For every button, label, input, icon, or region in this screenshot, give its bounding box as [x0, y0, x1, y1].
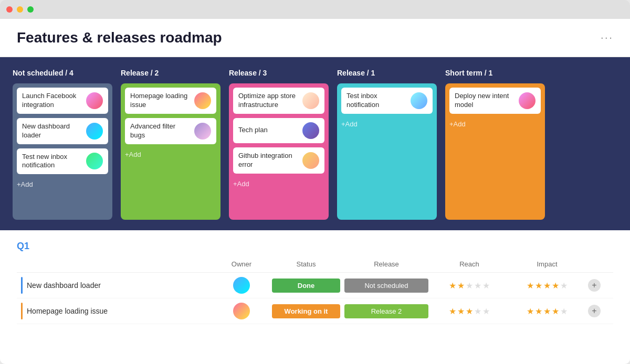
card[interactable]: Optimize app store infrastructure [233, 88, 324, 114]
main-area: Not scheduled / 4 Launch Facebook integr… [0, 57, 630, 364]
column-body-release-3: Optimize app store infrastructure Tech p… [229, 83, 329, 220]
card[interactable]: Test inbox notification [341, 88, 433, 114]
avatar [302, 152, 319, 169]
col-header-release: Release [344, 260, 428, 268]
card-text: Homepage loading issue [130, 92, 191, 110]
row-release[interactable]: Not scheduled [344, 279, 428, 293]
row-add-button[interactable]: + [588, 305, 601, 317]
table-header: Owner Status Release Reach Impact [17, 258, 613, 273]
card-text: Github integration error [238, 152, 299, 169]
col-header-reach: Reach [433, 260, 506, 268]
avatar [86, 123, 103, 140]
row-indicator [21, 303, 23, 319]
column-header-not-scheduled: Not scheduled / 4 [13, 68, 112, 78]
row-name: New dashboard loader [21, 277, 211, 294]
section-title: Q1 [17, 241, 613, 252]
app-window: Features & releases roadmap ··· Not sche… [0, 0, 630, 364]
column-body-short-term: Deploy new intent model +Add [445, 83, 545, 220]
release-badge[interactable]: Not scheduled [344, 279, 428, 293]
page-header: Features & releases roadmap ··· [0, 19, 630, 57]
column-header-release-1: Release / 1 [337, 68, 437, 78]
add-card-button[interactable]: +Add [233, 179, 324, 189]
row-status[interactable]: Working on it [272, 304, 340, 318]
add-card-button[interactable]: +Add [341, 119, 433, 129]
card-text: Advanced filter bugs [130, 122, 191, 140]
card-text: Test new inbox notification [22, 153, 83, 170]
card-text: New dashboard loader [22, 122, 83, 140]
col-header-owner: Owner [215, 260, 268, 268]
card-text: Tech plan [238, 126, 299, 135]
column-release-2: Release / 2 Homepage loading issue Advan… [121, 68, 220, 220]
maximize-dot[interactable] [27, 6, 34, 13]
card-text: Launch Facebook integration [22, 92, 83, 110]
col-header-status: Status [272, 260, 340, 268]
row-owner [215, 277, 268, 294]
status-badge[interactable]: Done [272, 279, 340, 293]
avatar [86, 92, 103, 109]
more-options-button[interactable]: ··· [601, 31, 613, 45]
column-header-release-2: Release / 2 [121, 68, 220, 78]
card-text: Optimize app store infrastructure [238, 92, 299, 110]
table-section: Q1 Owner Status Release Reach Impact New… [0, 230, 630, 364]
avatar [233, 277, 250, 294]
table-row: Homepage loading issue Working on it Rel… [17, 298, 613, 324]
card[interactable]: Homepage loading issue [125, 88, 216, 114]
column-not-scheduled: Not scheduled / 4 Launch Facebook integr… [13, 68, 112, 220]
kanban-section: Not scheduled / 4 Launch Facebook integr… [0, 57, 630, 230]
release-badge[interactable]: Release 2 [344, 304, 428, 318]
row-indicator [21, 277, 23, 294]
col-header-impact: Impact [510, 260, 584, 268]
page-title: Features & releases roadmap [17, 29, 222, 46]
column-body-not-scheduled: Launch Facebook integration New dashboar… [13, 83, 112, 220]
column-body-release-2: Homepage loading issue Advanced filter b… [121, 83, 220, 220]
row-name: Homepage loading issue [21, 303, 211, 319]
column-release-3: Release / 3 Optimize app store infrastru… [229, 68, 329, 220]
column-body-release-1: Test inbox notification +Add [337, 83, 437, 220]
column-header-release-3: Release / 3 [229, 68, 329, 78]
reach-stars: ★ ★ ★ ★ ★ [433, 281, 506, 291]
row-add-button[interactable]: + [588, 279, 601, 292]
row-owner [215, 303, 268, 319]
card[interactable]: Test new inbox notification [17, 148, 108, 175]
col-header-name [21, 260, 211, 268]
kanban-board: Not scheduled / 4 Launch Facebook integr… [13, 68, 617, 220]
add-card-button[interactable]: +Add [125, 149, 216, 159]
card[interactable]: Github integration error [233, 147, 324, 174]
add-card-button[interactable]: +Add [17, 179, 108, 189]
card-text: Test inbox notification [346, 92, 407, 110]
card[interactable]: New dashboard loader [17, 118, 108, 144]
card[interactable]: Tech plan [233, 118, 324, 143]
close-dot[interactable] [6, 6, 13, 13]
row-release[interactable]: Release 2 [344, 304, 428, 318]
avatar [194, 123, 211, 140]
card[interactable]: Advanced filter bugs [125, 118, 216, 144]
avatar [302, 122, 319, 139]
card[interactable]: Deploy new intent model [449, 88, 541, 114]
column-header-short-term: Short term / 1 [445, 68, 545, 78]
avatar [86, 153, 103, 169]
impact-stars: ★ ★ ★ ★ ★ [510, 281, 584, 291]
avatar [519, 92, 536, 109]
column-short-term: Short term / 1 Deploy new intent model +… [445, 68, 545, 220]
avatar [194, 92, 211, 109]
minimize-dot[interactable] [17, 6, 23, 13]
avatar [411, 92, 427, 109]
row-status[interactable]: Done [272, 279, 340, 293]
impact-stars: ★ ★ ★ ★ ★ [510, 306, 584, 316]
card[interactable]: Launch Facebook integration [17, 88, 108, 114]
avatar [233, 303, 250, 319]
reach-stars: ★ ★ ★ ★ ★ [433, 306, 506, 316]
add-card-button[interactable]: +Add [449, 119, 541, 129]
column-release-1: Release / 1 Test inbox notification +Add [337, 68, 437, 220]
status-badge[interactable]: Working on it [272, 304, 340, 318]
table-row: New dashboard loader Done Not scheduled … [17, 273, 613, 298]
titlebar [0, 0, 630, 19]
col-header-add [588, 260, 609, 268]
card-text: Deploy new intent model [455, 92, 516, 110]
avatar [302, 92, 319, 109]
